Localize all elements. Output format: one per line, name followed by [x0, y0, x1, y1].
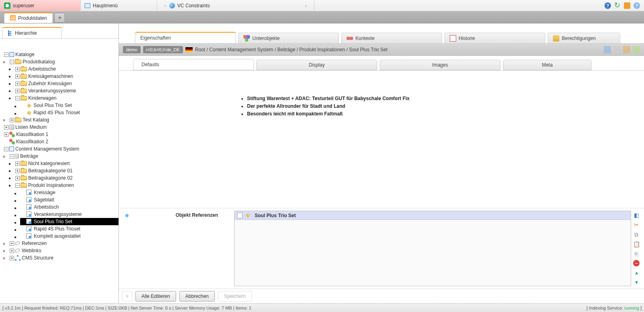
ref-list[interactable]: Soul Plus Trio Set [234, 211, 631, 286]
subtab-meta[interactable]: Meta [503, 60, 592, 70]
tree-node-verankerung[interactable]: +Verankerungssysteme [15, 87, 118, 94]
nav-next-icon[interactable]: › [302, 3, 310, 8]
tree-node-kreissaege[interactable]: Kreissäge [20, 189, 118, 196]
nav-prev-icon[interactable]: ‹ [161, 3, 169, 8]
subtab-display[interactable]: Display [256, 60, 377, 70]
expand-icon[interactable]: + [10, 241, 14, 246]
tab-eigenschaften[interactable]: Eigenschaften [135, 32, 236, 43]
app-tab-produktdaten[interactable]: Produktdaten [4, 13, 53, 23]
tab-berechtigungen[interactable]: Berechtigungen [548, 33, 620, 43]
expand-icon[interactable]: + [15, 82, 20, 86]
tree-node-soul[interactable]: Soul Plus Trio Set [20, 102, 118, 109]
user-segment[interactable]: superuser [0, 0, 81, 11]
expand-icon[interactable]: + [15, 89, 20, 93]
tree-node-prodinsp[interactable]: −Produkt Inspirationen [15, 182, 118, 189]
collapse-icon[interactable]: − [4, 52, 8, 57]
clipboard-icon[interactable] [624, 2, 630, 9]
tree-node-soul2[interactable]: Soul Plus Trio Set [20, 218, 118, 225]
tree-node-klass1[interactable]: +Klassifikation 1 [3, 131, 118, 138]
delete-icon[interactable]: − [633, 260, 640, 266]
expand-icon[interactable]: + [4, 132, 8, 137]
sidebar-tab-hierarchie[interactable]: Hierarchie [2, 27, 62, 38]
action-icon-1[interactable] [604, 46, 611, 53]
tree-container[interactable]: −Kataloge −Produktkatalog +Arbeitstische… [0, 39, 118, 303]
cancel-button[interactable]: Abbrechen [179, 291, 215, 302]
breadcrumb[interactable]: Root / Content Management System / Beitr… [195, 47, 388, 52]
rev-badge[interactable]: r=0,b=0,l=de_DE [143, 46, 183, 53]
expand-icon[interactable]: + [15, 176, 20, 180]
collapse-icon[interactable]: − [10, 60, 14, 64]
bullet-item: Stiftung Warentest + ADAC: Testurteil GU… [247, 95, 644, 103]
tree-node-cms[interactable]: −Content Management System [3, 145, 118, 153]
action-icon-4[interactable] [633, 46, 640, 53]
tree-node-klass2[interactable]: Klassifikation 2 [3, 138, 118, 145]
expand-icon[interactable]: + [10, 249, 14, 253]
about-icon[interactable] [634, 2, 640, 9]
tree-node-bk01[interactable]: +Beitragskategorie 01 [15, 167, 118, 174]
collapse-icon[interactable]: − [10, 154, 14, 159]
tree-node-zubehoer[interactable]: +Zubehör Kreissägen [15, 80, 118, 87]
tree-node-kreissaegemaschinen[interactable]: +Kreissägemaschinen [15, 73, 118, 80]
paste-into-icon[interactable]: ⎘ [633, 250, 640, 258]
ref-item[interactable]: Soul Plus Trio Set [235, 211, 631, 220]
tree-node-referenzen[interactable]: +Referenzen [9, 240, 118, 247]
tab-kontexte[interactable]: Kontexte [341, 33, 442, 43]
ref-checkbox[interactable] [237, 213, 243, 218]
expand-icon[interactable]: + [4, 125, 8, 130]
subtab-defaults[interactable]: Defaults [133, 59, 254, 70]
move-up-icon[interactable]: ▴ [633, 269, 640, 276]
paste-icon[interactable]: 📋 [633, 241, 640, 248]
tab-historie[interactable]: Historie [445, 33, 545, 43]
collapse-icon[interactable]: − [4, 147, 8, 151]
copy-icon[interactable]: ⧉ [633, 231, 640, 238]
tree-node-listen[interactable]: +Listen Medium [3, 124, 118, 131]
tree-node-kinderwagen[interactable]: −Kinderwagen [15, 94, 118, 102]
tree-node-nichtkat[interactable]: +Nicht kategoriesiert [15, 160, 118, 167]
tree-node-rapid[interactable]: Rapid 4S Plus Trioset [20, 109, 118, 116]
tree-node-cmsstruct[interactable]: +CMS Structure [9, 254, 118, 262]
tree-node-saegeblatt[interactable]: Sägeblatt [20, 196, 118, 203]
action-icon-2[interactable] [613, 46, 621, 53]
tree-node-komplett[interactable]: Komplett ausgestattet [20, 232, 118, 240]
tab-unterobjekte[interactable]: Unterobjekte [238, 33, 339, 43]
move-down-icon[interactable]: ▾ [633, 278, 640, 286]
expand-icon[interactable]: + [15, 169, 20, 173]
demo-badge[interactable]: demo [123, 46, 141, 53]
tree-node-beitraege[interactable]: −Beiträge [9, 153, 118, 160]
add-tab-button[interactable]: + [54, 13, 65, 23]
expand-icon[interactable]: + [15, 74, 20, 79]
tree-node-arbeitstische[interactable]: +Arbeitstische [15, 65, 118, 73]
vc-label[interactable]: VC Constraints [177, 3, 210, 8]
tree-node-weblinks[interactable]: +Weblinks [9, 247, 118, 254]
edit-all-button[interactable]: Alle Editieren [135, 291, 176, 302]
reload-icon[interactable] [614, 2, 621, 9]
folder-icon [21, 169, 27, 173]
tree-node-produktkatalog[interactable]: −Produktkatalog [9, 58, 118, 65]
tree-node-kataloge[interactable]: −Kataloge [3, 51, 118, 58]
subtab-images[interactable]: Images [380, 60, 501, 70]
grid-icon [10, 15, 16, 21]
save-button[interactable]: Speichern [218, 291, 252, 302]
action-icon-3[interactable] [623, 46, 630, 53]
expand-icon[interactable]: + [15, 161, 20, 166]
help-icon[interactable] [605, 2, 611, 9]
cut-icon[interactable]: ✂ [633, 221, 640, 228]
status-bar: [ v3.2.1m ] Request finished: REQ:71ms |… [0, 303, 644, 312]
tree-node-arbeitstisch[interactable]: Arbeitstisch [20, 203, 118, 211]
collapse-icon[interactable]: − [15, 183, 20, 188]
expand-icon[interactable]: + [10, 118, 14, 122]
tree-node-testkatalog[interactable]: +Test Katalog [9, 116, 118, 124]
open-window-icon[interactable]: ◧ [633, 211, 640, 219]
tree-node-rapid2[interactable]: Rapid 4S Plus Trioset [20, 225, 118, 232]
expand-icon[interactable]: + [10, 256, 14, 260]
collapse-icon[interactable]: − [15, 96, 20, 101]
nav-next-button[interactable]: > [122, 291, 132, 302]
ref-label-cell: Objekt Referenzen [121, 211, 234, 286]
content-area: Eigenschaften Unterobjekte Kontexte Hist… [119, 23, 644, 303]
subobjects-icon [243, 35, 250, 42]
info-dot-icon[interactable] [125, 214, 129, 217]
expand-icon[interactable]: + [15, 67, 20, 71]
mainmenu-segment[interactable]: Hauptmenü [81, 0, 157, 11]
tree-node-verankerung2[interactable]: Verankerungssysteme [20, 211, 118, 218]
tree-node-bk02[interactable]: +Beitragskategorie 02 [15, 174, 118, 182]
